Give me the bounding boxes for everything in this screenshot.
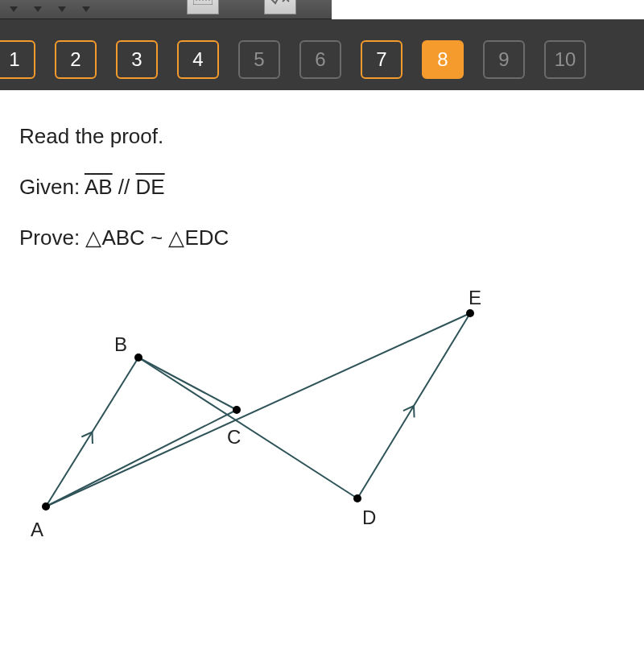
question-nav-3[interactable]: 3 xyxy=(116,40,158,79)
dropdown-icon xyxy=(82,6,90,12)
svg-line-6 xyxy=(138,358,237,410)
prove-text: Prove: △ABC ~ △EDC xyxy=(19,225,625,250)
point-label-E: E xyxy=(469,287,481,309)
question-nav-9: 9 xyxy=(483,40,525,79)
svg-point-15 xyxy=(466,309,474,317)
question-nav-10: 10 xyxy=(544,40,586,79)
dropdown-icon xyxy=(58,6,66,12)
question-nav-8[interactable]: 8 xyxy=(422,40,464,79)
check-x-icon xyxy=(270,0,291,6)
header-wrap xyxy=(0,0,644,19)
triangle-abc: △ABC xyxy=(85,225,144,250)
dropdown-icon xyxy=(34,6,42,12)
dropdown-icon xyxy=(10,6,18,12)
instruction-text: Read the proof. xyxy=(19,124,625,149)
question-nav-1[interactable]: 1 xyxy=(0,40,35,79)
svg-point-11 xyxy=(42,502,50,511)
given-label: Given: xyxy=(19,175,85,199)
question-nav-7[interactable]: 7 xyxy=(361,40,402,79)
keyboard-button[interactable] xyxy=(187,0,219,14)
point-label-A: A xyxy=(31,519,43,541)
parallel-symbol: // xyxy=(113,175,136,199)
keyboard-icon xyxy=(193,0,213,5)
similar-symbol: ~ xyxy=(145,225,169,250)
diagram-svg xyxy=(19,277,518,567)
point-label-B: B xyxy=(114,333,127,356)
svg-point-13 xyxy=(233,406,241,414)
point-label-C: C xyxy=(227,426,241,449)
given-text: Given: AB // DE xyxy=(19,175,625,200)
svg-point-12 xyxy=(134,354,142,362)
segment-ab: AB xyxy=(85,175,113,199)
question-nav-4[interactable]: 4 xyxy=(177,40,219,79)
problem-content: Read the proof. Given: AB // DE Prove: △… xyxy=(0,90,644,567)
segment-de: DE xyxy=(136,175,165,199)
triangle-edc: △EDC xyxy=(168,225,229,250)
svg-line-7 xyxy=(46,410,237,506)
prove-label: Prove: xyxy=(19,225,85,250)
svg-rect-0 xyxy=(193,0,213,5)
question-nav-5: 5 xyxy=(238,40,280,79)
question-nav-6: 6 xyxy=(299,40,341,79)
check-x-button[interactable] xyxy=(264,0,296,14)
question-nav-2[interactable]: 2 xyxy=(55,40,97,79)
point-label-D: D xyxy=(362,506,376,529)
question-nav-row: 12345678910 xyxy=(0,40,644,79)
triangle-diagram: ABCDE xyxy=(19,277,518,567)
svg-point-14 xyxy=(353,494,361,502)
question-nav: 12345678910 xyxy=(0,19,644,90)
